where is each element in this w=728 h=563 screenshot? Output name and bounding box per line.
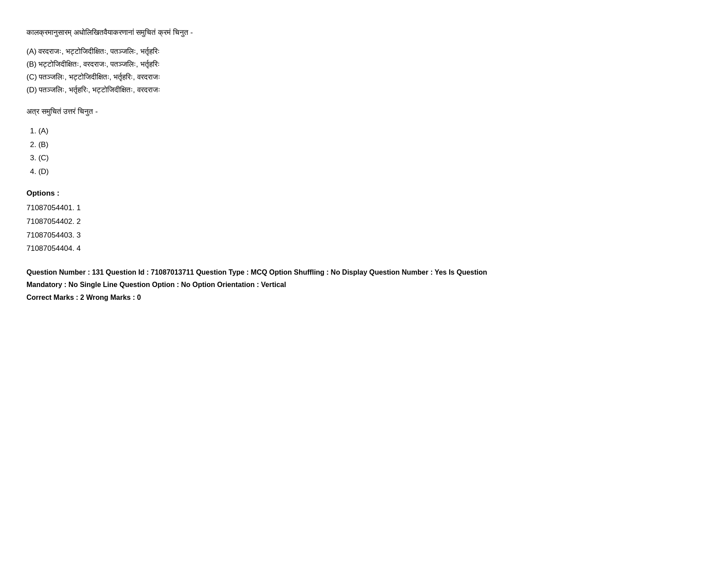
option-a: (A) वरदराजः, भट्टोजिदीक्षितः, पतञ्जलिः, … xyxy=(26,45,512,58)
options-label: Options : xyxy=(26,189,512,198)
numbered-option-4: 4. (D) xyxy=(30,165,512,179)
question-container: कालक्रमानुसारम् अधोलिखितवैयाकरणानां समुच… xyxy=(26,18,512,304)
option-d: (D) पतञ्जलिः, भर्तृहरिः, भट्टोजिदीक्षितः… xyxy=(26,84,512,97)
meta-line1: Question Number : 131 Question Id : 7108… xyxy=(26,266,512,292)
question-options-list: (A) वरदराजः, भट्टोजिदीक्षितः, पतञ्जलिः, … xyxy=(26,45,512,97)
option-id-2: 71087054402. 2 xyxy=(26,215,512,229)
option-ids-list: 71087054401. 1 71087054402. 2 7108705440… xyxy=(26,201,512,255)
option-c: (C) पतञ्जलिः, भट्टोजिदीक्षितः, भर्तृहरिः… xyxy=(26,71,512,84)
sub-question-text: अत्र समुचितं उत्तरं चिनुत - xyxy=(26,106,512,117)
question-metadata: Question Number : 131 Question Id : 7108… xyxy=(26,266,512,304)
numbered-option-2: 2. (B) xyxy=(30,138,512,152)
numbered-option-3: 3. (C) xyxy=(30,151,512,165)
numbered-options-list: 1. (A) 2. (B) 3. (C) 4. (D) xyxy=(26,125,512,178)
correct-marks-line: Correct Marks : 2 Wrong Marks : 0 xyxy=(26,291,512,304)
option-id-4: 71087054404. 4 xyxy=(26,242,512,256)
option-b: (B) भट्टोजिदीक्षितः, वरदराजः, पतञ्जलिः, … xyxy=(26,58,512,71)
options-section: Options : xyxy=(26,189,512,198)
option-id-3: 71087054403. 3 xyxy=(26,229,512,242)
question-main-text: कालक्रमानुसारम् अधोलिखितवैयाकरणानां समुच… xyxy=(26,26,512,38)
option-id-1: 71087054401. 1 xyxy=(26,201,512,215)
numbered-option-1: 1. (A) xyxy=(30,125,512,138)
